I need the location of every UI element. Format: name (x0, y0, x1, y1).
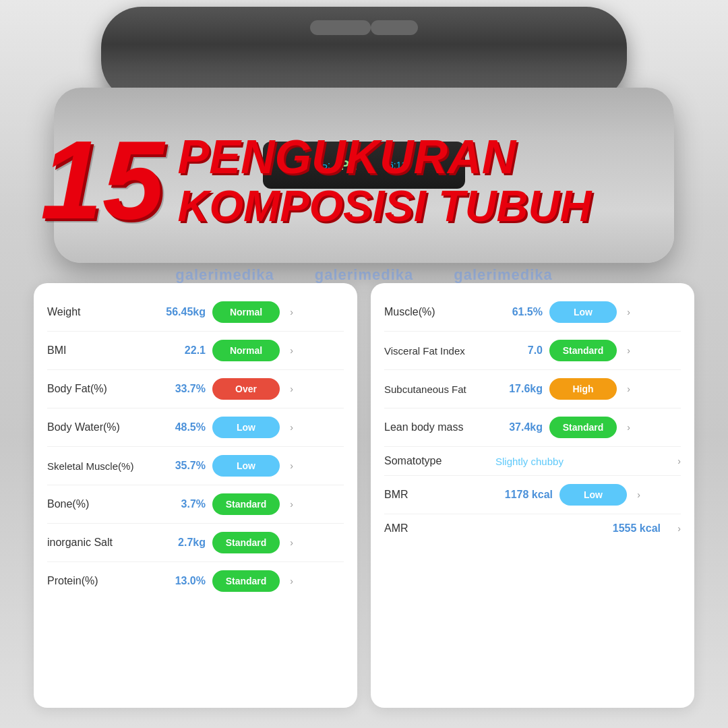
left-data-card: Weight 56.45kg Normal › BMI 22.1 Normal … (34, 283, 357, 708)
chevron-right-icon[interactable]: › (667, 523, 681, 534)
status-badge: Low (212, 455, 280, 477)
chevron-right-icon[interactable]: › (280, 576, 293, 586)
somatotype-value: Slightly chubby (492, 456, 667, 467)
chevron-right-icon[interactable]: › (280, 537, 293, 548)
table-row: BMR 1178 kcal Low › (384, 476, 681, 514)
metric-value: 2.7kg (155, 537, 206, 549)
metric-label: inorganic Salt (47, 537, 155, 549)
status-badge: Normal (212, 340, 280, 361)
status-badge: Standard (549, 340, 617, 361)
chevron-right-icon[interactable]: › (280, 499, 293, 510)
table-row: Muscle(%) 61.5% Low › (384, 293, 681, 332)
headline-number: 15 (40, 125, 164, 236)
table-row: Protein(%) 13.0% Standard › (47, 562, 344, 600)
metric-label: BMR (384, 489, 492, 501)
headline-line1: PENGUKURAN (178, 133, 592, 181)
table-row: Lean body mass 37.4kg Standard › (384, 408, 681, 447)
table-row: Body Water(%) 48.5% Low › (47, 408, 344, 447)
status-badge: Low (559, 484, 627, 506)
metric-value: 17.6kg (492, 383, 543, 395)
table-row: Visceral Fat Index 7.0 Standard › (384, 332, 681, 370)
right-data-card: Muscle(%) 61.5% Low › Visceral Fat Index… (371, 283, 694, 708)
chevron-right-icon[interactable]: › (627, 489, 640, 500)
metric-value: 48.5% (155, 421, 206, 433)
table-row: Bone(%) 3.7% Standard › (47, 485, 344, 524)
metric-label: Muscle(%) (384, 306, 492, 318)
status-badge: Standard (549, 417, 617, 438)
status-badge: High (549, 378, 617, 400)
chevron-right-icon[interactable]: › (617, 307, 630, 317)
metric-value: 61.5% (492, 306, 543, 318)
metric-label: Skeletal Muscle(%) (47, 460, 155, 472)
table-row: Subcutaneous Fat 17.6kg High › (384, 370, 681, 408)
metric-label: Body Fat(%) (47, 383, 155, 395)
chevron-right-icon[interactable]: › (280, 345, 293, 356)
status-badge: Low (212, 417, 280, 438)
metric-value: 33.7% (155, 383, 206, 395)
headline-line2: KOMPOSISI TUBUH (178, 184, 592, 228)
table-row: Skeletal Muscle(%) 35.7% Low › (47, 447, 344, 485)
chevron-right-icon[interactable]: › (617, 345, 630, 356)
table-row: BMI 22.1 Normal › (47, 332, 344, 370)
metric-value: 35.7% (155, 460, 206, 472)
metric-value: 56.45kg (155, 306, 206, 318)
table-row: Body Fat(%) 33.7% Over › (47, 370, 344, 408)
table-row: AMR 1555 kcal › (384, 514, 681, 543)
status-badge: Standard (212, 493, 280, 515)
chevron-right-icon[interactable]: › (280, 307, 293, 317)
status-badge: Low (549, 301, 617, 323)
status-badge: Normal (212, 301, 280, 323)
scale-top-device (101, 7, 627, 101)
metric-value: 13.0% (155, 575, 206, 587)
status-badge: Standard (212, 532, 280, 553)
table-row: Somatotype Slightly chubby › (384, 447, 681, 476)
metric-value: 7.0 (492, 344, 543, 357)
metric-label: Somatotype (384, 455, 492, 467)
metric-label: Subcutaneous Fat (384, 384, 492, 395)
table-row: Weight 56.45kg Normal › (47, 293, 344, 332)
chevron-right-icon[interactable]: › (280, 384, 293, 394)
status-badge: Over (212, 378, 280, 400)
metric-label: Weight (47, 306, 155, 318)
headline-text-block: PENGUKURAN KOMPOSISI TUBUH (178, 133, 592, 228)
status-badge: Standard (212, 570, 280, 592)
chevron-right-icon[interactable]: › (667, 456, 681, 466)
amr-value: 1555 kcal (492, 522, 667, 535)
chevron-right-icon[interactable]: › (280, 460, 293, 471)
metric-value: 1178 kcal (492, 489, 553, 501)
chevron-right-icon[interactable]: › (617, 422, 630, 433)
metric-value: 3.7% (155, 498, 206, 510)
metric-label: AMR (384, 522, 492, 535)
metric-value: 22.1 (155, 344, 206, 357)
metric-label: Lean body mass (384, 421, 492, 433)
chevron-right-icon[interactable]: › (280, 422, 293, 433)
metric-label: Bone(%) (47, 498, 155, 510)
metric-label: Visceral Fat Index (384, 345, 492, 357)
headline-area: 15 PENGUKURAN KOMPOSISI TUBUH (40, 125, 591, 236)
metric-label: Protein(%) (47, 575, 155, 587)
metric-label: BMI (47, 344, 155, 357)
metric-label: Body Water(%) (47, 421, 155, 433)
chevron-right-icon[interactable]: › (617, 384, 630, 394)
data-section: Weight 56.45kg Normal › BMI 22.1 Normal … (34, 283, 694, 708)
metric-value: 37.4kg (492, 421, 543, 433)
table-row: inorganic Salt 2.7kg Standard › (47, 524, 344, 562)
